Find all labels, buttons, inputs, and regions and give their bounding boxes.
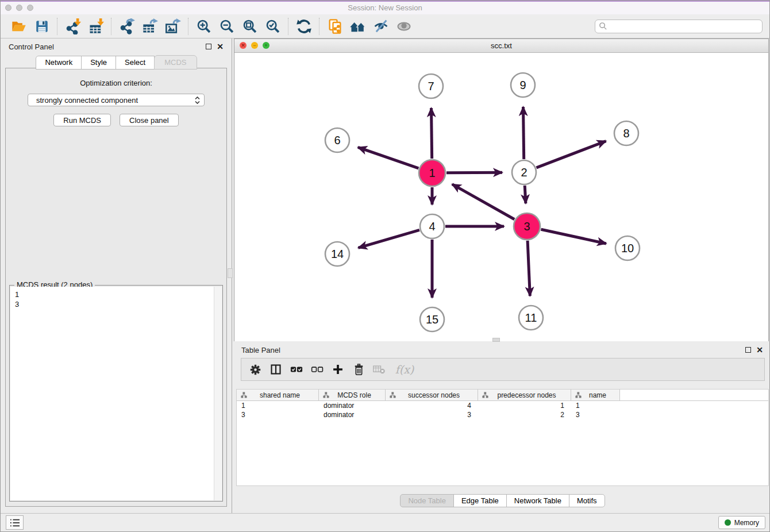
toolbar-separator: [188, 18, 189, 35]
select-spinner-icon: [195, 97, 200, 104]
control-tab-network[interactable]: Network: [36, 56, 82, 70]
control-tab-mcds[interactable]: MCDS: [154, 55, 197, 70]
table-row[interactable]: 3dominator323: [237, 410, 768, 419]
graph-node-15[interactable]: 15: [420, 307, 444, 331]
network-graph[interactable]: 7968124314101511: [234, 53, 768, 341]
control-panel: Control Panel ✕ NetworkStyleSelectMCDS O…: [1, 38, 232, 514]
edge-3-1[interactable]: [452, 184, 514, 219]
zoom-in-icon[interactable]: [192, 16, 215, 37]
mcds-result-area[interactable]: 1 3: [10, 287, 222, 500]
network-minimize-icon[interactable]: −: [251, 42, 258, 49]
network-close-icon[interactable]: ✕: [240, 42, 247, 49]
close-panel-icon[interactable]: ✕: [217, 44, 224, 49]
network-canvas[interactable]: 7968124314101511: [234, 53, 768, 341]
edge-3-10[interactable]: [541, 229, 606, 244]
svg-text:7: 7: [428, 80, 434, 92]
mcds-panel: Optimization criterion: strongly connect…: [5, 68, 227, 507]
graph-node-14[interactable]: 14: [325, 242, 349, 266]
svg-text:8: 8: [623, 127, 629, 140]
table-tab-edge-table[interactable]: Edge Table: [453, 494, 507, 507]
column-header-shared-name[interactable]: shared name: [237, 390, 319, 400]
network-maximize-icon[interactable]: +: [263, 42, 270, 49]
refresh-icon[interactable]: [292, 16, 315, 37]
network-window-title: scc.txt: [234, 41, 768, 50]
column-header-name[interactable]: name: [571, 390, 620, 400]
import-network-icon[interactable]: [61, 16, 84, 37]
graph-node-4[interactable]: 4: [420, 214, 444, 238]
open-session-icon[interactable]: [7, 16, 30, 37]
export-image-icon[interactable]: [161, 16, 184, 37]
clone-network-icon[interactable]: [324, 16, 346, 37]
main-toolbar: [1, 14, 769, 38]
close-panel-button[interactable]: Close panel: [120, 114, 179, 126]
search-field[interactable]: [595, 20, 763, 33]
table-row[interactable]: 1dominator411: [237, 401, 768, 410]
search-input[interactable]: [607, 21, 759, 31]
task-list-icon: [10, 518, 20, 527]
graph-node-10[interactable]: 10: [615, 236, 640, 260]
run-mcds-button[interactable]: Run MCDS: [53, 114, 111, 126]
memory-status-dot: [725, 519, 731, 526]
graph-node-9[interactable]: 9: [511, 73, 535, 97]
control-tab-style[interactable]: Style: [81, 56, 116, 70]
edge-3-11[interactable]: [528, 241, 530, 296]
table-header-row: shared nameMCDS rolesuccessor nodesprede…: [237, 390, 768, 401]
show-all-icon[interactable]: [392, 16, 415, 37]
horizontal-splitter-handle[interactable]: [492, 338, 500, 342]
create-column-plus-icon[interactable]: [330, 361, 346, 378]
table-cell: 1: [237, 401, 319, 410]
graph-node-7[interactable]: 7: [419, 74, 443, 98]
graph-node-3[interactable]: 3: [514, 213, 540, 240]
svg-text:15: 15: [426, 313, 438, 326]
table-settings-gear-icon[interactable]: [247, 361, 263, 378]
graph-node-11[interactable]: 11: [519, 306, 543, 330]
network-view-window: ✕ − + scc.txt 7968124314101511: [234, 38, 769, 341]
toolbar-separator: [57, 18, 58, 35]
export-table-icon[interactable]: [138, 16, 161, 37]
zoom-selected-icon[interactable]: [261, 16, 284, 37]
graph-node-2[interactable]: 2: [512, 160, 536, 184]
zoom-fit-icon[interactable]: [238, 16, 261, 37]
network-window-titlebar[interactable]: ✕ − + scc.txt: [234, 39, 768, 53]
table-tab-motifs[interactable]: Motifs: [569, 494, 605, 507]
criterion-select[interactable]: strongly connected component: [28, 94, 205, 106]
delete-column-trash-icon[interactable]: [351, 361, 367, 378]
export-network-icon[interactable]: [116, 16, 138, 37]
task-history-button[interactable]: [6, 515, 24, 530]
edge-1-7[interactable]: [432, 108, 432, 159]
table-cell: 1: [478, 401, 571, 410]
edge-2-3[interactable]: [525, 186, 526, 203]
zoom-out-icon[interactable]: [215, 16, 238, 37]
svg-text:11: 11: [525, 311, 537, 324]
table-tab-network-table[interactable]: Network Table: [506, 494, 569, 507]
edge-4-14[interactable]: [358, 230, 419, 248]
import-table-icon[interactable]: [84, 16, 107, 37]
unselect-all-columns-icon[interactable]: [309, 361, 325, 378]
hide-selected-icon[interactable]: [369, 16, 392, 37]
svg-text:6: 6: [334, 134, 340, 147]
column-header-predecessor-nodes[interactable]: predecessor nodes: [478, 390, 571, 400]
float-panel-icon[interactable]: [206, 44, 211, 49]
edge-2-9[interactable]: [523, 107, 524, 159]
graph-node-1[interactable]: 1: [419, 160, 445, 186]
memory-button[interactable]: Memory: [718, 516, 765, 529]
edge-2-8[interactable]: [536, 141, 606, 168]
result-scrollbar[interactable]: [214, 287, 222, 500]
close-table-panel-icon[interactable]: ✕: [756, 347, 763, 353]
edge-1-2[interactable]: [446, 172, 502, 173]
graph-node-8[interactable]: 8: [614, 121, 638, 145]
show-column-panel-icon[interactable]: [268, 361, 284, 378]
first-neighbors-icon[interactable]: [346, 16, 369, 37]
select-all-columns-icon[interactable]: [288, 361, 305, 378]
control-tab-select[interactable]: Select: [116, 56, 155, 70]
column-header-successor-nodes[interactable]: successor nodes: [386, 390, 478, 400]
table-tab-node-table[interactable]: Node Table: [400, 494, 454, 507]
column-header-MCDS-role[interactable]: MCDS role: [319, 390, 386, 400]
save-session-icon[interactable]: [30, 16, 53, 37]
edge-1-6[interactable]: [358, 147, 418, 168]
float-table-panel-icon[interactable]: [745, 347, 751, 353]
vertical-splitter-handle[interactable]: [228, 268, 233, 278]
node-table[interactable]: shared nameMCDS rolesuccessor nodesprede…: [236, 389, 769, 486]
graph-node-6[interactable]: 6: [325, 128, 349, 152]
memory-label: Memory: [734, 519, 759, 527]
